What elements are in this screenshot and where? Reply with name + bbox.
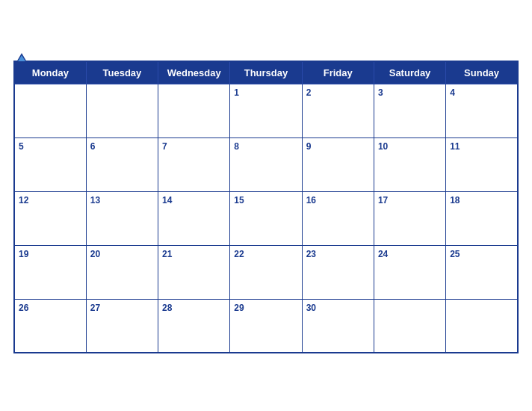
calendar-day-12: 12 (14, 191, 86, 245)
day-number: 10 (378, 141, 388, 152)
day-number: 15 (234, 195, 244, 206)
calendar-day-6: 6 (86, 137, 158, 191)
calendar-day-30: 30 (302, 299, 374, 353)
weekday-header-saturday: Saturday (374, 61, 445, 84)
calendar-day-20: 20 (86, 245, 158, 299)
calendar-day-29: 29 (230, 299, 302, 353)
calendar-day-3: 3 (374, 84, 445, 137)
day-number: 16 (306, 195, 316, 206)
calendar-day-22: 22 (230, 245, 302, 299)
day-number: 22 (234, 249, 244, 259)
calendar-day-16: 16 (302, 191, 374, 245)
calendar-day-10: 10 (374, 137, 445, 191)
calendar-day-8: 8 (230, 137, 302, 191)
calendar-day-15: 15 (230, 191, 302, 245)
calendar-day-empty (374, 299, 445, 353)
day-number: 29 (234, 303, 244, 313)
calendar-day-28: 28 (158, 299, 230, 353)
day-number: 4 (450, 87, 455, 98)
calendar-header (13, 52, 519, 56)
day-number: 3 (378, 87, 383, 98)
logo-area (13, 52, 28, 65)
weekday-header-row: MondayTuesdayWednesdayThursdayFridaySatu… (14, 61, 518, 84)
day-number: 2 (306, 87, 312, 98)
calendar-table: MondayTuesdayWednesdayThursdayFridaySatu… (13, 61, 519, 354)
day-number: 8 (234, 141, 239, 152)
calendar-week-row: 567891011 (14, 137, 518, 191)
calendar-day-7: 7 (158, 137, 230, 191)
weekday-header-wednesday: Wednesday (158, 61, 230, 84)
calendar-day-24: 24 (374, 245, 445, 299)
calendar-day-21: 21 (158, 245, 230, 299)
calendar-day-11: 11 (446, 137, 518, 191)
calendar-day-13: 13 (86, 191, 158, 245)
calendar-week-row: 2627282930 (14, 299, 518, 353)
calendar-day-empty (158, 84, 230, 137)
day-number: 24 (378, 249, 388, 259)
weekday-header-tuesday: Tuesday (86, 61, 158, 84)
day-number: 1 (234, 87, 239, 98)
day-number: 14 (162, 195, 172, 206)
calendar-day-25: 25 (446, 245, 518, 299)
calendar-day-17: 17 (374, 191, 445, 245)
calendar-tbody: 1234567891011121314151617181920212223242… (14, 84, 518, 353)
day-number: 23 (306, 249, 316, 259)
day-number: 28 (162, 303, 172, 313)
weekday-header-thursday: Thursday (230, 61, 302, 84)
day-number: 25 (450, 249, 460, 259)
calendar-day-14: 14 (158, 191, 230, 245)
day-number: 7 (162, 141, 167, 152)
day-number: 5 (19, 141, 24, 152)
day-number: 27 (90, 303, 100, 313)
calendar-day-26: 26 (14, 299, 86, 353)
calendar-day-1: 1 (230, 84, 302, 137)
weekday-header-sunday: Sunday (446, 61, 518, 84)
day-number: 26 (19, 303, 28, 313)
day-number: 6 (90, 141, 96, 152)
calendar-day-5: 5 (14, 137, 86, 191)
calendar-day-19: 19 (14, 245, 86, 299)
calendar-wrapper: MondayTuesdayWednesdayThursdayFridaySatu… (0, 44, 532, 368)
day-number: 21 (162, 249, 172, 259)
day-number: 12 (19, 195, 28, 206)
calendar-thead: MondayTuesdayWednesdayThursdayFridaySatu… (14, 61, 518, 84)
day-number: 19 (19, 249, 28, 259)
day-number: 13 (90, 195, 100, 206)
calendar-day-9: 9 (302, 137, 374, 191)
calendar-day-empty (446, 299, 518, 353)
calendar-day-18: 18 (446, 191, 518, 245)
logo-icon (15, 52, 28, 65)
day-number: 18 (450, 195, 460, 206)
day-number: 20 (90, 249, 100, 259)
calendar-week-row: 12131415161718 (14, 191, 518, 245)
day-number: 9 (306, 141, 312, 152)
weekday-header-friday: Friday (302, 61, 374, 84)
calendar-day-4: 4 (446, 84, 518, 137)
calendar-day-empty (14, 84, 86, 137)
calendar-day-27: 27 (86, 299, 158, 353)
day-number: 17 (378, 195, 388, 206)
calendar-week-row: 1234 (14, 84, 518, 137)
day-number: 11 (450, 141, 460, 152)
calendar-day-empty (86, 84, 158, 137)
calendar-day-2: 2 (302, 84, 374, 137)
calendar-day-23: 23 (302, 245, 374, 299)
calendar-week-row: 19202122232425 (14, 245, 518, 299)
day-number: 30 (306, 303, 316, 313)
